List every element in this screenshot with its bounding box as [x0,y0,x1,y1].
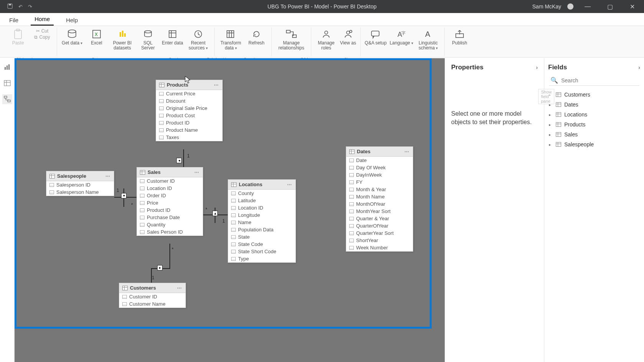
relationship-sales-customers-v1[interactable] [169,244,170,269]
table-menu-icon[interactable]: ⋯ [177,285,182,291]
table-field[interactable]: Month & Year [346,186,413,193]
linguistic-schema-button[interactable]: ALinguistic schema ▾ [416,28,440,50]
table-field[interactable]: Price [137,199,203,206]
table-header-sales[interactable]: Sales⋯ [137,167,203,177]
table-field[interactable]: Customer ID [119,293,186,300]
expand-icon[interactable]: ▸ [549,143,553,147]
pbi-datasets-button[interactable]: Power BI datasets [110,28,135,50]
table-card-sales[interactable]: Sales⋯ Customer IDLocation IDOrder IDPri… [136,167,203,236]
table-field[interactable]: Taxes [156,134,222,141]
table-field[interactable]: Discount [156,97,222,105]
table-field[interactable]: Day Of Week [346,164,413,171]
minimize-button[interactable]: — [580,0,596,13]
table-field[interactable]: Week Number [346,244,413,251]
table-field[interactable]: Salesperson ID [46,181,114,188]
table-header-salespeople[interactable]: Salespeople⋯ [46,171,114,181]
relationship-filter-arrow[interactable]: ▸ [157,265,163,270]
properties-header[interactable]: Properties › [451,64,538,71]
table-field[interactable]: Product ID [156,119,222,126]
table-field[interactable]: Order ID [137,192,203,199]
table-field[interactable]: Location ID [137,185,203,192]
refresh-button[interactable]: Refresh [245,28,268,46]
table-field[interactable]: Current Price [156,90,222,97]
qa-setup-button[interactable]: Q&A setup [365,28,387,46]
table-field[interactable]: County [228,190,296,197]
table-field[interactable]: Product Name [156,126,222,134]
recent-sources-button[interactable]: Recent sources ▾ [186,28,210,50]
model-canvas-wrap[interactable]: Products⋯ Current PriceDiscountOriginal … [15,58,445,362]
redo-icon[interactable]: ↷ [28,4,32,10]
fields-search-input[interactable] [561,77,638,84]
chevron-right-icon[interactable]: › [536,64,538,70]
table-header-dates[interactable]: Dates⋯ [346,147,413,157]
table-card-salespeople[interactable]: Salespeople⋯ Salesperson IDSalesperson N… [46,171,114,196]
fields-table-item[interactable]: ▸Sales [548,130,640,139]
table-field[interactable]: Customer Name [119,300,186,308]
expand-icon[interactable]: ▸ [549,113,553,117]
maximize-button[interactable]: ▢ [602,0,618,13]
enter-data-button[interactable]: Enter data [161,28,184,46]
transform-data-button[interactable]: Transform data ▾ [219,28,243,50]
chevron-right-icon[interactable]: › [638,64,640,70]
relationship-filter-arrow[interactable]: ◂ [176,158,182,163]
table-card-locations[interactable]: Locations⋯ CountyLatitudeLocation IDLong… [228,179,296,263]
fields-table-item[interactable]: ▸Customers [548,90,640,99]
close-button[interactable]: ✕ [624,0,640,13]
undo-icon[interactable]: ↶ [18,4,23,10]
table-field[interactable]: FY [346,179,413,186]
table-field[interactable]: MonthOfYear [346,200,413,208]
table-field[interactable]: Longitude [228,211,296,219]
table-field[interactable]: Latitude [228,197,296,204]
table-field[interactable]: Sales Person ID [137,228,203,236]
tab-help[interactable]: Help [62,15,82,26]
table-field[interactable]: QuarterYear Sort [346,229,413,237]
table-field[interactable]: State Code [228,241,296,248]
relationship-filter-arrow[interactable]: ▾ [121,193,127,198]
table-field[interactable]: Product ID [137,206,203,214]
table-field[interactable]: DayInWeek [346,171,413,179]
data-view-button[interactable] [2,78,12,88]
table-card-products[interactable]: Products⋯ Current PriceDiscountOriginal … [156,80,223,141]
table-field[interactable]: Quantity [137,221,203,228]
fields-table-item[interactable]: ▸Salespeople [548,140,640,149]
table-field[interactable]: Date [346,157,413,164]
fields-search[interactable]: 🔍 [549,75,639,86]
table-card-customers[interactable]: Customers⋯ Customer IDCustomer Name [119,283,186,308]
manage-relationships-button[interactable]: Manage relationships [276,28,307,50]
table-field[interactable]: Purchase Date [137,214,203,221]
table-field[interactable]: Product Cost [156,112,222,119]
user-avatar[interactable] [567,3,573,10]
table-card-dates[interactable]: Dates⋯ DateDay Of WeekDayInWeekFYMonth &… [346,146,413,252]
user-name[interactable]: Sam McKay [532,3,561,10]
table-field[interactable]: Salesperson Name [46,188,114,196]
table-field[interactable]: MonthYear Sort [346,208,413,215]
tab-file[interactable]: File [5,15,22,26]
view-as-button[interactable]: View as [340,28,356,46]
table-field[interactable]: Month Name [346,193,413,200]
sql-server-button[interactable]: SQL Server [137,28,159,50]
manage-roles-button[interactable]: Manage roles [315,28,337,50]
table-menu-icon[interactable]: ⋯ [287,182,292,187]
model-canvas[interactable]: Products⋯ Current PriceDiscountOriginal … [15,58,432,329]
excel-button[interactable]: XExcel [85,28,108,46]
language-button[interactable]: A字Language ▾ [389,28,414,46]
table-field[interactable]: Quarter & Year [346,215,413,222]
table-field[interactable]: Population Data [228,226,296,233]
expand-icon[interactable]: ▸ [549,123,553,127]
table-menu-icon[interactable]: ⋯ [105,174,111,179]
table-header-customers[interactable]: Customers⋯ [119,283,186,293]
table-field[interactable]: Type [228,255,296,262]
table-field[interactable]: Location ID [228,204,296,211]
table-menu-icon[interactable]: ⋯ [214,82,219,88]
get-data-button[interactable]: Get data ▾ [61,28,83,46]
table-field[interactable]: State Short Code [228,248,296,255]
table-menu-icon[interactable]: ⋯ [404,149,410,154]
save-icon[interactable] [7,3,13,10]
model-view-button[interactable] [2,94,12,104]
tab-home[interactable]: Home [31,13,54,26]
table-field[interactable]: State [228,233,296,241]
expand-icon[interactable]: ▸ [549,133,553,137]
table-field[interactable]: Original Sale Price [156,105,222,112]
publish-button[interactable]: Publish [449,28,471,46]
table-field[interactable]: Name [228,219,296,226]
